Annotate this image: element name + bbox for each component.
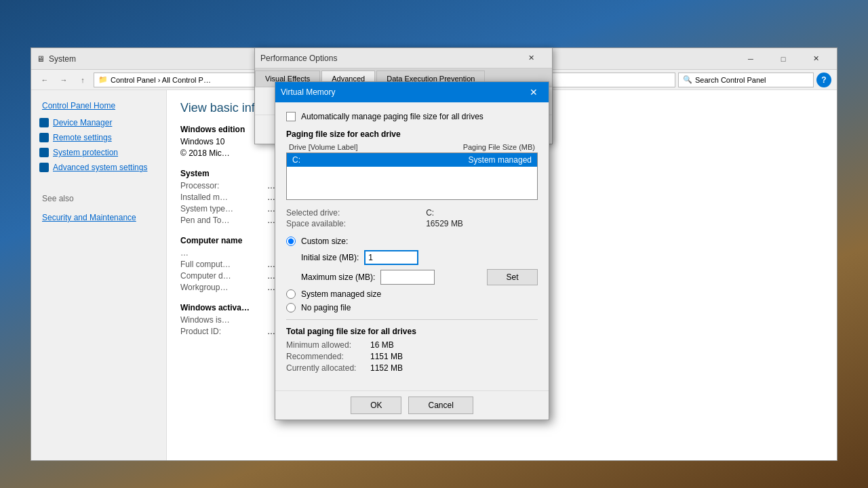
- system-window-title: System: [49, 54, 76, 64]
- vm-divider: [286, 319, 538, 320]
- system-title-group: 🖥 System: [37, 54, 76, 64]
- sidebar-item-security-maintenance[interactable]: Security and Maintenance: [31, 209, 166, 227]
- maximum-size-label: Maximum size (MB):: [301, 272, 375, 282]
- currently-allocated-value: 1152 MB: [370, 363, 403, 373]
- space-available-label: Space available:: [286, 219, 420, 228]
- system-window-controls: ─ □ ✕: [735, 49, 831, 68]
- forward-button[interactable]: →: [56, 72, 72, 88]
- no-paging-label: No paging file: [301, 303, 351, 312]
- recommended-value: 1151 MB: [370, 352, 403, 361]
- initial-size-input[interactable]: [364, 250, 418, 265]
- recommended-row: Recommended: 1151 MB: [286, 352, 538, 361]
- space-available-value: 16529 MB: [426, 219, 538, 228]
- paging-size-column-header: Paging File Size (MB): [463, 143, 535, 151]
- system-managed-radio-row: System managed size: [286, 289, 538, 299]
- sidebar-item-label: Advanced system settings: [53, 163, 147, 172]
- sidebar-item-system-protection[interactable]: System protection: [31, 145, 166, 160]
- selected-drive-label: Selected drive:: [286, 208, 420, 218]
- drive-list[interactable]: C: System managed: [286, 152, 538, 200]
- vm-cancel-button[interactable]: Cancel: [408, 396, 473, 414]
- search-placeholder: Search Control Panel: [695, 76, 766, 84]
- initial-size-row: Initial size (MB):: [286, 250, 538, 265]
- custom-size-radio-row: Custom size:: [286, 237, 538, 246]
- system-minimize-button[interactable]: ─: [735, 49, 766, 68]
- auto-manage-checkbox[interactable]: [286, 112, 296, 121]
- sidebar-item-label: Device Manager: [53, 118, 112, 127]
- system-managed-radio[interactable]: [286, 289, 296, 299]
- up-button[interactable]: ↑: [75, 72, 91, 88]
- system-close-button[interactable]: ✕: [800, 49, 831, 68]
- drive-info-grid: Selected drive: C: Space available: 1652…: [286, 208, 538, 228]
- maximum-size-row: Maximum size (MB): Set: [286, 269, 538, 285]
- advanced-settings-icon: [39, 163, 49, 172]
- see-also-label: See also: [31, 188, 166, 209]
- drive-paging-size: System managed: [469, 155, 532, 165]
- minimum-allowed-row: Minimum allowed: 16 MB: [286, 340, 538, 350]
- device-manager-icon: [39, 118, 49, 127]
- sidebar-item-control-panel-home[interactable]: Control Panel Home: [31, 97, 166, 115]
- system-managed-label: System managed size: [301, 289, 381, 299]
- virtual-memory-dialog: Virtual Memory ✕ Automatically manage pa…: [275, 81, 549, 420]
- custom-size-radio[interactable]: [286, 237, 296, 246]
- initial-size-label: Initial size (MB):: [301, 253, 359, 262]
- vm-dialog-titlebar: Virtual Memory ✕: [275, 82, 549, 102]
- drive-table-header: Drive [Volume Label] Paging File Size (M…: [286, 143, 538, 151]
- drive-row-c[interactable]: C: System managed: [287, 153, 537, 167]
- drive-column-header: Drive [Volume Label]: [289, 143, 358, 151]
- address-icon: 📁: [98, 75, 108, 84]
- perf-dialog-close-button[interactable]: ✕: [515, 49, 547, 68]
- auto-manage-row: Automatically manage paging file size fo…: [286, 112, 538, 121]
- recommended-label: Recommended:: [286, 352, 368, 361]
- perf-dialog-title: Performance Options: [260, 54, 337, 63]
- drive-letter: C:: [292, 155, 300, 165]
- search-box[interactable]: 🔍 Search Control Panel: [678, 73, 814, 87]
- maximum-size-input[interactable]: [380, 270, 435, 285]
- auto-manage-label: Automatically manage paging file size fo…: [301, 112, 484, 121]
- sidebar-item-remote-settings[interactable]: Remote settings: [31, 130, 166, 145]
- radio-options-section: Custom size: Initial size (MB): Maximum …: [286, 237, 538, 312]
- address-text: Control Panel › All Control P…: [111, 76, 211, 84]
- total-paging-title: Total paging file size for all drives: [286, 327, 538, 336]
- no-paging-radio-row: No paging file: [286, 303, 538, 312]
- back-button[interactable]: ←: [37, 72, 53, 88]
- vm-dialog-title: Virtual Memory: [281, 87, 335, 97]
- paging-section-title: Paging file size for each drive: [286, 129, 538, 139]
- perf-dialog-titlebar: Performance Options ✕: [255, 48, 552, 68]
- remote-settings-icon: [39, 133, 49, 142]
- vm-dialog-body: Automatically manage paging file size fo…: [275, 102, 549, 390]
- system-window-icon: 🖥: [37, 54, 45, 64]
- total-paging-section: Total paging file size for all drives Mi…: [286, 327, 538, 373]
- minimum-allowed-label: Minimum allowed:: [286, 340, 368, 350]
- sidebar-item-advanced-system-settings[interactable]: Advanced system settings: [31, 160, 166, 175]
- search-icon: 🔍: [683, 75, 692, 84]
- sidebar: Control Panel Home Device Manager Remote…: [31, 90, 167, 460]
- vm-bottom-buttons: OK Cancel: [275, 390, 549, 420]
- sidebar-item-label: System protection: [53, 148, 118, 157]
- selected-drive-value: C:: [426, 208, 538, 218]
- set-button[interactable]: Set: [487, 269, 538, 285]
- help-button[interactable]: ?: [816, 73, 831, 87]
- minimum-allowed-value: 16 MB: [370, 340, 394, 350]
- custom-size-label: Custom size:: [301, 237, 348, 246]
- vm-dialog-close-button[interactable]: ✕: [524, 83, 543, 102]
- system-protection-icon: [39, 148, 49, 157]
- sidebar-item-device-manager[interactable]: Device Manager: [31, 115, 166, 130]
- vm-ok-button[interactable]: OK: [351, 396, 401, 414]
- currently-allocated-label: Currently allocated:: [286, 363, 368, 373]
- system-maximize-button[interactable]: □: [768, 49, 799, 68]
- no-paging-radio[interactable]: [286, 303, 296, 312]
- sidebar-item-label: Remote settings: [53, 133, 112, 142]
- currently-allocated-row: Currently allocated: 1152 MB: [286, 363, 538, 373]
